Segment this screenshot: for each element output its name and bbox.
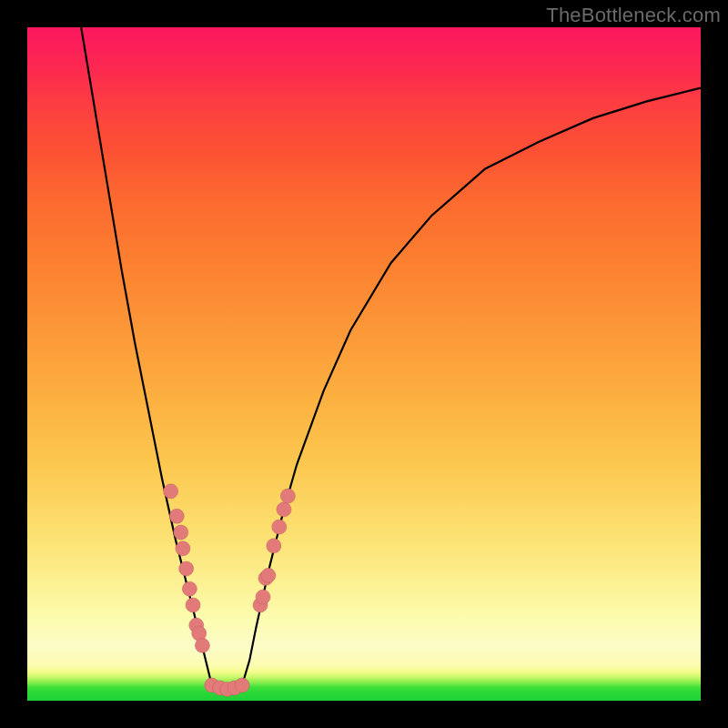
sample-dot [267, 539, 281, 553]
sample-dot [277, 502, 291, 517]
sample-dot [280, 489, 295, 503]
sample-dot [176, 541, 190, 556]
sample-dots-right [253, 489, 295, 612]
sample-dots-bottom [205, 678, 249, 696]
sample-dot [256, 590, 270, 604]
sample-dots-left [164, 484, 210, 652]
sample-dot [186, 598, 200, 612]
sample-dot [261, 568, 276, 582]
sample-dot [195, 638, 209, 652]
sample-dot [235, 678, 249, 693]
sample-dot [182, 581, 197, 596]
plot-svg [27, 27, 701, 701]
sample-dot [169, 509, 184, 523]
sample-dot [179, 561, 194, 576]
plot-area [27, 27, 701, 701]
sample-dot [272, 520, 287, 534]
sample-dot [174, 525, 188, 540]
sample-dot [164, 484, 178, 499]
watermark-text: TheBottleneck.com [546, 4, 721, 27]
bottleneck-curve [81, 27, 701, 685]
